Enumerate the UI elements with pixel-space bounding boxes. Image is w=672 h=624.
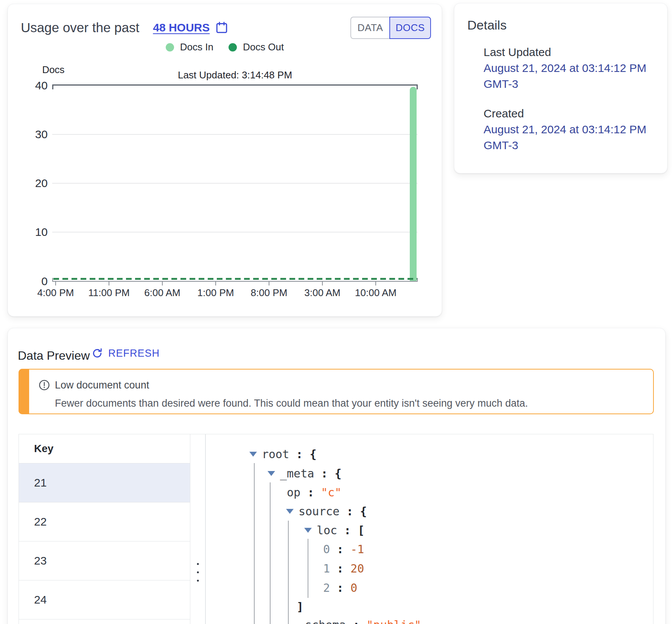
drag-handle-icon[interactable] — [197, 563, 199, 582]
y-tick-label: 40 — [17, 79, 48, 92]
collapse-arrow-icon[interactable] — [268, 471, 275, 476]
data-preview-title: Data Preview — [18, 349, 90, 363]
details-card: Details Last Updated August 21, 2024 at … — [454, 3, 667, 173]
calendar-icon — [215, 21, 229, 34]
baseline-end-cap — [52, 278, 53, 281]
y-tick-label: 20 — [17, 176, 48, 190]
docs-out-line — [53, 278, 417, 280]
tree-row-loc-close: ] — [297, 598, 303, 615]
toggle-data-button[interactable]: DATA — [350, 17, 389, 39]
last-updated-label: Last Updated — [484, 46, 551, 59]
x-tick-label: 4:00 PM — [37, 287, 74, 299]
data-preview-card: Data Preview REFRESH Low document count … — [8, 328, 666, 624]
usage-title: Usage over the past — [21, 20, 139, 35]
collapse-arrow-icon[interactable] — [304, 528, 312, 533]
x-tick-label: 11:00 PM — [88, 287, 129, 299]
warning-description: Fewer documents than desired were found.… — [55, 398, 528, 409]
chart-legend: Docs In Docs Out — [8, 41, 442, 53]
tree-row-source: source : { — [286, 503, 367, 519]
axis-end-cap — [52, 85, 53, 89]
warning-title: Low document count — [55, 379, 149, 391]
warning-accent-bar — [19, 369, 29, 414]
details-title: Details — [467, 18, 507, 33]
tree-row-loc: loc : [ — [304, 522, 364, 538]
x-tick-label: 8:00 PM — [251, 287, 288, 299]
time-range-link[interactable]: 48 HOURS — [153, 21, 229, 34]
tree-guide-line — [270, 482, 271, 624]
tree-row-meta: _meta : { — [268, 465, 342, 482]
x-tick-label: 1:00 PM — [198, 287, 234, 299]
warning-icon — [38, 379, 50, 391]
x-tick — [322, 282, 323, 285]
tree-guide-line — [288, 521, 289, 624]
baseline-end-cap — [417, 278, 418, 281]
x-tick — [162, 282, 163, 285]
toggle-docs-button[interactable]: DOCS — [389, 17, 431, 39]
tree-row-loc-2: 2 : 0 — [323, 579, 357, 596]
y-tick-label: 10 — [17, 225, 48, 239]
created-value: August 21, 2024 at 03:14:12 PM GMT-3 — [484, 122, 665, 153]
gridline-30 — [52, 134, 418, 135]
table-row-24[interactable]: 24 — [19, 580, 190, 619]
y-tick-label: 30 — [17, 128, 48, 141]
x-tick-label: 6:00 AM — [144, 287, 180, 299]
legend-item-docs-out: Docs Out — [229, 41, 284, 53]
table-row-22[interactable]: 22 — [19, 502, 190, 541]
x-tick-label: 10:00 AM — [355, 287, 397, 299]
chart-top-axis-line — [52, 84, 418, 86]
chart-last-updated-caption: Last Updated: 3:14:48 PM — [52, 69, 418, 81]
x-tick — [109, 282, 109, 285]
panel-resizer[interactable] — [190, 434, 205, 624]
page: Usage over the past 48 HOURS DATA DOCS D… — [0, 0, 672, 624]
x-tick — [215, 282, 216, 285]
key-table: Key 21 22 23 24 — [19, 434, 190, 624]
x-tick — [55, 282, 56, 285]
key-table-header: Key — [19, 434, 190, 463]
docs-in-dot-icon — [166, 43, 174, 51]
table-row-21[interactable]: 21 — [19, 463, 190, 502]
tree-row-loc-0: 0 : -1 — [323, 541, 364, 557]
created-label: Created — [484, 107, 524, 120]
refresh-button[interactable]: REFRESH — [91, 347, 160, 359]
axis-end-cap — [417, 85, 418, 89]
refresh-icon — [91, 347, 103, 359]
refresh-label: REFRESH — [108, 348, 160, 359]
tree-guide-line — [254, 463, 255, 624]
last-updated-value: August 21, 2024 at 03:14:12 PM GMT-3 — [484, 60, 665, 92]
tree-guide-line — [308, 539, 308, 598]
json-tree-panel — [205, 434, 653, 624]
x-tick — [375, 282, 376, 285]
usage-card: Usage over the past 48 HOURS DATA DOCS D… — [8, 4, 442, 317]
tree-row-root: root : { — [249, 446, 317, 462]
legend-docs-in-label: Docs In — [180, 41, 213, 53]
collapse-arrow-icon[interactable] — [249, 452, 257, 457]
legend-item-docs-in: Docs In — [166, 41, 213, 53]
tree-row-schema: schema : "public" — [305, 616, 421, 624]
docs-in-bar — [410, 87, 417, 281]
usage-card-header: Usage over the past 48 HOURS — [21, 20, 229, 35]
x-tick-label: 3:00 AM — [304, 287, 340, 299]
y-tick-label: 0 — [17, 275, 48, 288]
key-column-header: Key — [34, 443, 53, 455]
tree-row-loc-1: 1 : 20 — [323, 560, 364, 577]
warning-alert: Low document count Fewer documents than … — [19, 369, 654, 414]
docs-out-dot-icon — [229, 43, 237, 51]
legend-docs-out-label: Docs Out — [243, 41, 284, 53]
table-row-23[interactable]: 23 — [19, 541, 190, 580]
gridline-10 — [52, 232, 418, 232]
time-range-label: 48 HOURS — [153, 21, 210, 34]
chart-baseline — [52, 281, 418, 282]
collapse-arrow-icon[interactable] — [286, 509, 294, 514]
x-tick — [269, 282, 269, 285]
tree-row-op: op : "c" — [287, 484, 342, 501]
data-docs-toggle: DATA DOCS — [350, 17, 431, 39]
gridline-20 — [52, 183, 418, 184]
